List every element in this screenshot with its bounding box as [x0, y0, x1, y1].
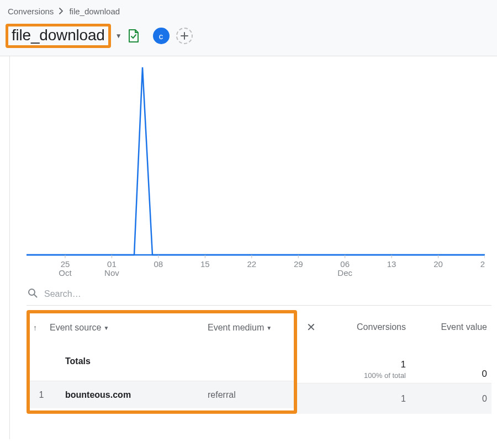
- remove-column-button[interactable]: ✕: [297, 321, 325, 334]
- content: 25Oct01Nov0815222906Dec132027 ↑ Event so…: [10, 56, 497, 439]
- row-event-value: 0: [406, 394, 487, 404]
- breadcrumb-current: file_download: [69, 7, 120, 16]
- table-header: ↑ Event source ▼ Event medium ▼: [33, 313, 290, 342]
- page-title[interactable]: file_download: [12, 26, 105, 44]
- column-event-source[interactable]: Event source: [50, 323, 101, 333]
- metric-columns: ✕ Conversions Event value 1 100% of tota…: [297, 310, 491, 414]
- conversion-verified-icon[interactable]: [128, 29, 140, 43]
- svg-text:01: 01: [107, 259, 117, 269]
- svg-text:Nov: Nov: [104, 268, 119, 277]
- header: Conversions file_download file_download …: [0, 0, 497, 56]
- data-table: ↑ Event source ▼ Event medium ▼ Totals: [27, 310, 491, 414]
- svg-line-25: [34, 295, 37, 297]
- title-row: file_download ▼ c: [6, 24, 491, 48]
- search-icon: [28, 288, 38, 300]
- total-conversions-pct: 100% of total: [364, 371, 406, 380]
- metrics-totals: 1 100% of total 0: [297, 344, 491, 383]
- avatar[interactable]: c: [153, 28, 170, 44]
- svg-text:27: 27: [480, 259, 485, 269]
- svg-text:20: 20: [433, 259, 443, 269]
- svg-text:Dec: Dec: [337, 268, 352, 277]
- add-comparison-button[interactable]: [176, 28, 193, 44]
- metrics-header: ✕ Conversions Event value: [297, 310, 491, 344]
- row-source: bounteous.com: [50, 390, 208, 400]
- column-conversions[interactable]: Conversions: [325, 322, 406, 332]
- breadcrumb: Conversions file_download: [8, 7, 491, 16]
- sort-arrow-up-icon[interactable]: ↑: [33, 323, 50, 332]
- dimension-columns-highlight: ↑ Event source ▼ Event medium ▼ Totals: [27, 310, 297, 414]
- total-event-value: 0: [482, 369, 487, 380]
- chevron-down-icon[interactable]: ▼: [266, 325, 272, 331]
- row-medium: referral: [208, 390, 290, 400]
- metrics-row: 1 0: [297, 383, 491, 414]
- breadcrumb-root[interactable]: Conversions: [8, 7, 54, 16]
- search-row: [27, 282, 491, 306]
- search-input[interactable]: [44, 289, 491, 299]
- chevron-right-icon: [59, 7, 64, 16]
- chevron-down-icon[interactable]: ▼: [115, 32, 122, 40]
- page-title-highlight: file_download: [6, 24, 111, 48]
- svg-text:Oct: Oct: [59, 268, 72, 277]
- svg-text:08: 08: [154, 259, 163, 269]
- left-rail: [0, 56, 10, 439]
- table-row[interactable]: 1 bounteous.com referral: [30, 381, 294, 408]
- column-event-medium[interactable]: Event medium: [208, 323, 264, 333]
- svg-text:15: 15: [200, 259, 210, 269]
- row-conversions: 1: [325, 394, 406, 404]
- svg-text:25: 25: [61, 259, 70, 269]
- avatar-initial: c: [159, 31, 163, 41]
- svg-text:06: 06: [340, 259, 350, 269]
- total-conversions: 1: [401, 359, 406, 370]
- totals-label: Totals: [50, 356, 208, 366]
- column-event-value[interactable]: Event value: [406, 322, 487, 332]
- main: 25Oct01Nov0815222906Dec132027 ↑ Event so…: [0, 56, 497, 439]
- row-index: 1: [33, 390, 50, 400]
- totals-row: Totals: [33, 342, 290, 381]
- chevron-down-icon[interactable]: ▼: [103, 325, 109, 331]
- line-chart[interactable]: 25Oct01Nov0815222906Dec132027: [27, 67, 491, 266]
- svg-text:13: 13: [387, 259, 396, 269]
- svg-text:29: 29: [294, 259, 303, 269]
- svg-text:22: 22: [247, 259, 256, 269]
